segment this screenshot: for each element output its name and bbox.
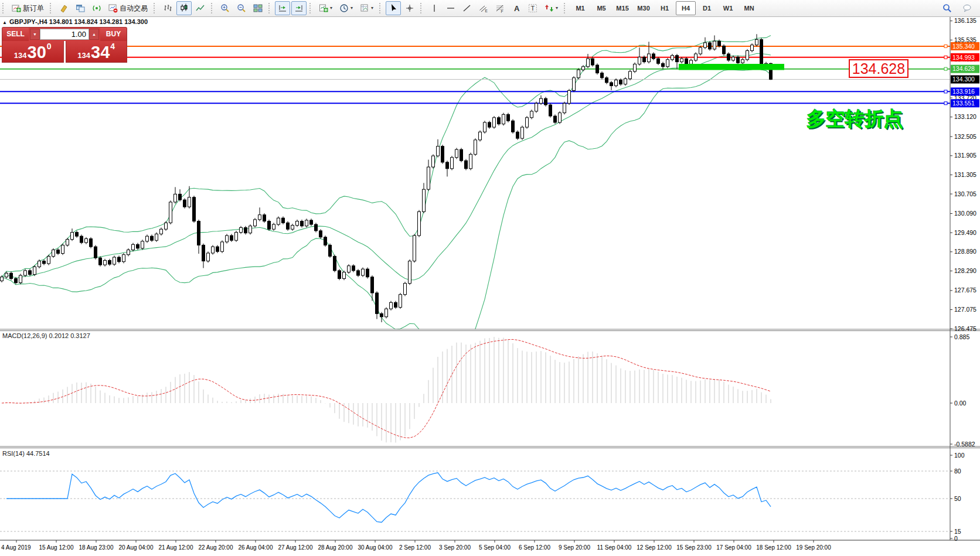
time-tick-label: 18 Aug 23:00 [79,544,114,551]
chat-button[interactable] [959,1,975,15]
chevron-down-icon: ▾ [351,6,353,11]
candle-body [38,261,41,267]
periods-button[interactable]: ▾ [336,1,356,15]
volume-input[interactable] [40,29,89,40]
time-tick-label: 5 Sep 04:00 [479,544,511,551]
volume-control: ▼ ▲ [29,28,100,41]
time-tick-label: 15 Sep 23:00 [676,544,712,551]
line-chart-button[interactable] [193,1,208,15]
autotrading-button-label: 自动交易 [120,4,148,13]
candle-body [52,250,55,257]
candle-body [530,111,533,118]
candle-body [221,242,224,251]
candle-body [596,65,599,73]
time-tick-label: 15 Aug 12:00 [39,544,74,551]
timeframe-button-h4[interactable]: H4 [676,1,696,15]
candle-body [244,227,247,233]
candle-body [709,43,712,49]
macd-scale-label: -0.5882 [954,441,975,448]
candle-body [62,245,64,253]
bar-chart-button[interactable] [160,1,175,15]
hline-price-badge-label: 134.628 [952,65,975,72]
candle-body [404,284,407,295]
annotation-text[interactable]: 多空转折点 [807,106,903,132]
candle-body [526,118,529,127]
time-tick-label: 18 Sep 12:00 [756,544,791,551]
candle-body [469,154,472,168]
candle-body [254,220,257,226]
sell-button[interactable]: SELL [2,28,29,41]
timeframe-button-mn[interactable]: MN [739,1,759,15]
candle-body [127,250,130,255]
toolbar-group-grip [154,3,158,13]
candlestick-button[interactable] [176,1,192,15]
zoom-in-button[interactable] [217,1,233,15]
hline-handle[interactable] [944,45,947,47]
timeframe-button-d1[interactable]: D1 [697,1,717,15]
sell-price-display[interactable]: 134 30 0 [2,41,64,63]
hline-handle[interactable] [944,90,947,93]
candle-body [80,236,83,243]
trendline-button[interactable] [460,1,475,15]
tile-windows-button[interactable] [250,1,266,15]
mql-community-button[interactable] [56,1,72,15]
chart-title: ▲GBPJPY-,H4 134.801 134.824 134.281 134.… [2,18,148,25]
volume-increase-button[interactable]: ▲ [89,29,99,40]
candle-body [366,269,369,277]
label-button[interactable]: T [525,1,540,15]
signals-button[interactable] [89,1,104,15]
hline-handle[interactable] [944,67,947,70]
mt4-window: 新订单自动交易▾▾▾EFAT▾M1M5M15M30H1H4D1W1MN 136.… [0,0,980,556]
support-zone-highlight[interactable] [679,64,784,70]
timeframe-button-m1[interactable]: M1 [570,1,590,15]
time-tick-label: 6 Sep 12:00 [519,544,550,551]
volume-decrease-button[interactable]: ▼ [30,29,40,40]
candle-body [371,277,374,293]
fibonacci-button[interactable]: F [492,1,508,15]
candle-body [666,60,669,67]
vline-icon [430,4,439,13]
search-button[interactable] [940,1,955,15]
candle-body [277,218,280,224]
text-button[interactable]: A [509,1,524,15]
crosshair-button[interactable] [402,1,417,15]
timeframe-button-h1[interactable]: H1 [655,1,675,15]
timeframe-button-m15[interactable]: M15 [612,1,632,15]
timeframe-button-m30[interactable]: M30 [634,1,654,15]
channel-button[interactable]: E [476,1,491,15]
bollinger-upper-band [2,36,771,277]
arrows-button[interactable]: ▾ [542,1,561,15]
candle-body [85,238,88,243]
templates-button[interactable]: ▾ [357,1,376,15]
candle-body [620,80,622,84]
chart-shift-button[interactable] [291,1,307,15]
candle-body [465,161,468,169]
candle-body [643,57,646,62]
candle-body [179,194,182,200]
collapse-arrow-icon[interactable]: ▲ [2,20,7,25]
cursor-button[interactable] [386,1,401,15]
chevron-down-icon: ▾ [371,6,373,11]
timeframe-button-w1[interactable]: W1 [718,1,738,15]
buy-button[interactable]: BUY [100,28,127,41]
zoom-out-button[interactable] [234,1,249,15]
autotrading-button[interactable]: 自动交易 [106,1,151,15]
macd-panel [2,337,771,442]
new-chart-button[interactable] [73,1,88,15]
candle-body [380,313,383,316]
hline-handle[interactable] [944,56,947,59]
channel-icon: E [479,4,488,13]
time-tick-label: 11 Sep 04:00 [597,544,632,551]
price-callout-box[interactable]: 134.628 [849,59,908,78]
new-order-button[interactable]: 新订单 [9,1,47,15]
buy-price-display[interactable]: 134 34 4 [66,41,128,63]
vertical-line-button[interactable] [427,1,442,15]
indicators-button[interactable]: ▾ [316,1,335,15]
auto-scroll-button[interactable] [275,1,290,15]
timeframe-button-m5[interactable]: M5 [591,1,611,15]
rsi-line [6,473,771,523]
candle-body [57,250,60,254]
horizontal-line-button[interactable] [443,1,458,15]
hline-handle[interactable] [944,102,947,105]
templates-icon [360,4,369,13]
